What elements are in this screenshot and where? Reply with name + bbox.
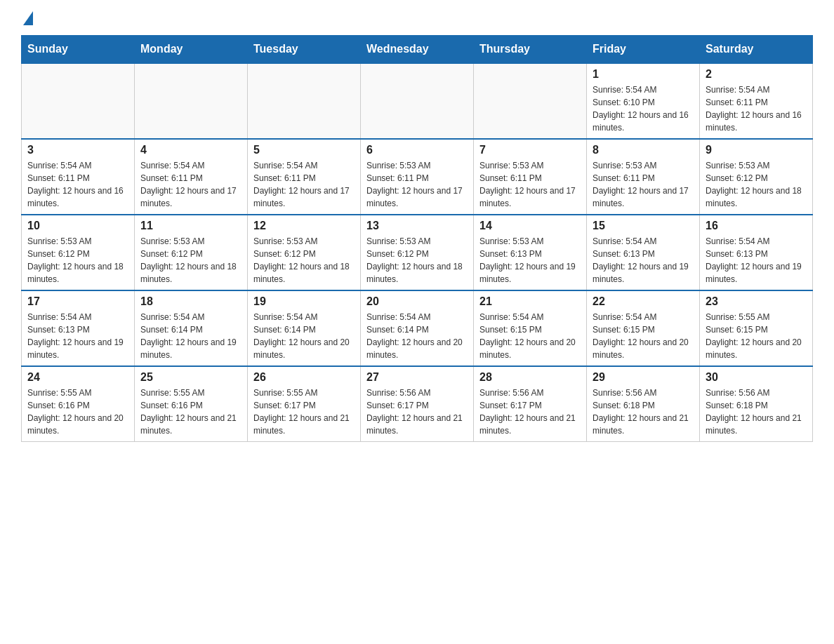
day-number: 15 bbox=[593, 220, 694, 232]
day-info: Sunrise: 5:56 AMSunset: 6:17 PMDaylight:… bbox=[366, 387, 468, 437]
calendar-table: SundayMondayTuesdayWednesdayThursdayFrid… bbox=[21, 35, 813, 442]
day-info: Sunrise: 5:53 AMSunset: 6:12 PMDaylight:… bbox=[253, 235, 355, 286]
calendar-day-cell: 20Sunrise: 5:54 AMSunset: 6:14 PMDayligh… bbox=[361, 290, 474, 366]
calendar-day-cell: 21Sunrise: 5:54 AMSunset: 6:15 PMDayligh… bbox=[474, 290, 587, 366]
weekday-header-monday: Monday bbox=[135, 36, 248, 64]
day-number: 7 bbox=[479, 144, 581, 156]
day-number: 23 bbox=[706, 295, 807, 308]
day-info: Sunrise: 5:54 AMSunset: 6:14 PMDaylight:… bbox=[366, 311, 468, 361]
calendar-day-cell: 10Sunrise: 5:53 AMSunset: 6:12 PMDayligh… bbox=[22, 215, 135, 290]
calendar-day-cell: 27Sunrise: 5:56 AMSunset: 6:17 PMDayligh… bbox=[361, 366, 474, 442]
day-info: Sunrise: 5:53 AMSunset: 6:11 PMDaylight:… bbox=[366, 159, 468, 210]
calendar-week-row: 24Sunrise: 5:55 AMSunset: 6:16 PMDayligh… bbox=[22, 366, 813, 442]
calendar-day-cell: 26Sunrise: 5:55 AMSunset: 6:17 PMDayligh… bbox=[248, 366, 361, 442]
day-info: Sunrise: 5:54 AMSunset: 6:10 PMDaylight:… bbox=[593, 83, 694, 134]
day-number: 22 bbox=[593, 295, 694, 308]
day-number: 19 bbox=[253, 295, 355, 308]
day-info: Sunrise: 5:54 AMSunset: 6:15 PMDaylight:… bbox=[479, 311, 581, 361]
day-info: Sunrise: 5:54 AMSunset: 6:14 PMDaylight:… bbox=[140, 311, 241, 361]
calendar-day-cell: 1Sunrise: 5:54 AMSunset: 6:10 PMDaylight… bbox=[587, 63, 700, 139]
calendar-day-cell bbox=[22, 63, 135, 139]
day-number: 10 bbox=[27, 220, 128, 232]
day-number: 21 bbox=[479, 295, 581, 308]
day-info: Sunrise: 5:54 AMSunset: 6:13 PMDaylight:… bbox=[27, 311, 128, 361]
day-number: 20 bbox=[366, 295, 468, 308]
day-number: 2 bbox=[706, 68, 807, 81]
day-number: 3 bbox=[27, 144, 128, 156]
calendar-week-row: 1Sunrise: 5:54 AMSunset: 6:10 PMDaylight… bbox=[22, 63, 813, 139]
day-info: Sunrise: 5:55 AMSunset: 6:17 PMDaylight:… bbox=[253, 387, 355, 437]
calendar-day-cell: 25Sunrise: 5:55 AMSunset: 6:16 PMDayligh… bbox=[135, 366, 248, 442]
calendar-day-cell bbox=[248, 63, 361, 139]
day-info: Sunrise: 5:54 AMSunset: 6:13 PMDaylight:… bbox=[593, 235, 694, 286]
calendar-day-cell: 19Sunrise: 5:54 AMSunset: 6:14 PMDayligh… bbox=[248, 290, 361, 366]
day-info: Sunrise: 5:53 AMSunset: 6:11 PMDaylight:… bbox=[593, 159, 694, 210]
day-info: Sunrise: 5:55 AMSunset: 6:15 PMDaylight:… bbox=[706, 311, 807, 361]
day-number: 8 bbox=[593, 144, 694, 156]
calendar-day-cell bbox=[135, 63, 248, 139]
day-number: 17 bbox=[27, 295, 128, 308]
day-number: 5 bbox=[253, 144, 355, 156]
day-info: Sunrise: 5:53 AMSunset: 6:12 PMDaylight:… bbox=[706, 159, 807, 210]
weekday-header-friday: Friday bbox=[587, 36, 700, 64]
calendar-day-cell: 28Sunrise: 5:56 AMSunset: 6:17 PMDayligh… bbox=[474, 366, 587, 442]
day-number: 13 bbox=[366, 220, 468, 232]
day-info: Sunrise: 5:54 AMSunset: 6:11 PMDaylight:… bbox=[253, 159, 355, 210]
day-number: 25 bbox=[140, 371, 241, 384]
calendar-day-cell: 2Sunrise: 5:54 AMSunset: 6:11 PMDaylight… bbox=[700, 63, 813, 139]
day-info: Sunrise: 5:53 AMSunset: 6:12 PMDaylight:… bbox=[140, 235, 241, 286]
day-info: Sunrise: 5:54 AMSunset: 6:15 PMDaylight:… bbox=[593, 311, 694, 361]
calendar-day-cell: 6Sunrise: 5:53 AMSunset: 6:11 PMDaylight… bbox=[361, 139, 474, 215]
page-header bbox=[21, 14, 813, 28]
calendar-day-cell: 16Sunrise: 5:54 AMSunset: 6:13 PMDayligh… bbox=[700, 215, 813, 290]
day-number: 24 bbox=[27, 371, 128, 384]
day-number: 9 bbox=[706, 144, 807, 156]
day-number: 1 bbox=[593, 68, 694, 81]
calendar-day-cell: 7Sunrise: 5:53 AMSunset: 6:11 PMDaylight… bbox=[474, 139, 587, 215]
day-number: 18 bbox=[140, 295, 241, 308]
weekday-header-saturday: Saturday bbox=[700, 36, 813, 64]
calendar-day-cell: 13Sunrise: 5:53 AMSunset: 6:12 PMDayligh… bbox=[361, 215, 474, 290]
calendar-day-cell bbox=[361, 63, 474, 139]
weekday-header-thursday: Thursday bbox=[474, 36, 587, 64]
logo bbox=[21, 14, 33, 28]
weekday-header-row: SundayMondayTuesdayWednesdayThursdayFrid… bbox=[22, 36, 813, 64]
day-info: Sunrise: 5:53 AMSunset: 6:12 PMDaylight:… bbox=[366, 235, 468, 286]
day-info: Sunrise: 5:53 AMSunset: 6:12 PMDaylight:… bbox=[27, 235, 128, 286]
day-info: Sunrise: 5:54 AMSunset: 6:11 PMDaylight:… bbox=[140, 159, 241, 210]
calendar-day-cell: 12Sunrise: 5:53 AMSunset: 6:12 PMDayligh… bbox=[248, 215, 361, 290]
calendar-week-row: 10Sunrise: 5:53 AMSunset: 6:12 PMDayligh… bbox=[22, 215, 813, 290]
calendar-day-cell: 15Sunrise: 5:54 AMSunset: 6:13 PMDayligh… bbox=[587, 215, 700, 290]
day-number: 30 bbox=[706, 371, 807, 384]
day-number: 6 bbox=[366, 144, 468, 156]
calendar-day-cell: 3Sunrise: 5:54 AMSunset: 6:11 PMDaylight… bbox=[22, 139, 135, 215]
day-number: 14 bbox=[479, 220, 581, 232]
day-info: Sunrise: 5:56 AMSunset: 6:18 PMDaylight:… bbox=[706, 387, 807, 437]
calendar-day-cell: 17Sunrise: 5:54 AMSunset: 6:13 PMDayligh… bbox=[22, 290, 135, 366]
calendar-day-cell: 5Sunrise: 5:54 AMSunset: 6:11 PMDaylight… bbox=[248, 139, 361, 215]
calendar-day-cell: 8Sunrise: 5:53 AMSunset: 6:11 PMDaylight… bbox=[587, 139, 700, 215]
calendar-day-cell: 24Sunrise: 5:55 AMSunset: 6:16 PMDayligh… bbox=[22, 366, 135, 442]
day-number: 11 bbox=[140, 220, 241, 232]
calendar-day-cell: 4Sunrise: 5:54 AMSunset: 6:11 PMDaylight… bbox=[135, 139, 248, 215]
calendar-week-row: 3Sunrise: 5:54 AMSunset: 6:11 PMDaylight… bbox=[22, 139, 813, 215]
day-number: 29 bbox=[593, 371, 694, 384]
day-info: Sunrise: 5:54 AMSunset: 6:14 PMDaylight:… bbox=[253, 311, 355, 361]
calendar-day-cell: 18Sunrise: 5:54 AMSunset: 6:14 PMDayligh… bbox=[135, 290, 248, 366]
weekday-header-tuesday: Tuesday bbox=[248, 36, 361, 64]
calendar-day-cell: 11Sunrise: 5:53 AMSunset: 6:12 PMDayligh… bbox=[135, 215, 248, 290]
logo-arrow-icon bbox=[23, 11, 33, 25]
day-info: Sunrise: 5:53 AMSunset: 6:13 PMDaylight:… bbox=[479, 235, 581, 286]
calendar-day-cell: 9Sunrise: 5:53 AMSunset: 6:12 PMDaylight… bbox=[700, 139, 813, 215]
weekday-header-sunday: Sunday bbox=[22, 36, 135, 64]
day-info: Sunrise: 5:56 AMSunset: 6:17 PMDaylight:… bbox=[479, 387, 581, 437]
day-info: Sunrise: 5:55 AMSunset: 6:16 PMDaylight:… bbox=[27, 387, 128, 437]
calendar-day-cell: 30Sunrise: 5:56 AMSunset: 6:18 PMDayligh… bbox=[700, 366, 813, 442]
day-info: Sunrise: 5:56 AMSunset: 6:18 PMDaylight:… bbox=[593, 387, 694, 437]
day-number: 28 bbox=[479, 371, 581, 384]
day-number: 4 bbox=[140, 144, 241, 156]
day-number: 16 bbox=[706, 220, 807, 232]
calendar-day-cell: 22Sunrise: 5:54 AMSunset: 6:15 PMDayligh… bbox=[587, 290, 700, 366]
day-info: Sunrise: 5:53 AMSunset: 6:11 PMDaylight:… bbox=[479, 159, 581, 210]
calendar-week-row: 17Sunrise: 5:54 AMSunset: 6:13 PMDayligh… bbox=[22, 290, 813, 366]
